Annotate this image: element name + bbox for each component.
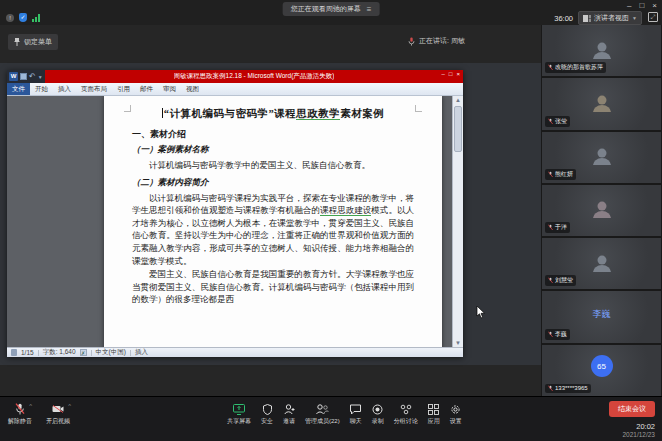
fullscreen-icon[interactable]: ⤢ (648, 12, 658, 22)
breakout-rooms-label: 分组讨论 (394, 417, 418, 426)
view-mode-button[interactable]: 演讲者视图 ▼ (578, 11, 642, 25)
spellcheck-icon[interactable]: ✗ (80, 349, 87, 356)
system-clock: 20:02 2021/12/23 (622, 422, 655, 438)
quick-access-toolbar: W ↶ ▼ (7, 70, 45, 83)
participant-name: 刘慧莹 (555, 276, 573, 285)
share-screen-button[interactable]: 共享屏幕 (227, 403, 251, 426)
start-video-button[interactable]: ^ 开启视频 (46, 403, 70, 426)
end-meeting-button[interactable]: 结束会议 (609, 401, 655, 417)
tab-page-layout[interactable]: 页面布局 (76, 83, 112, 95)
toolbar-center: 共享屏幕 安全 邀请 管理成员(22) 聊天 录制 (227, 403, 462, 426)
breakout-icon (400, 404, 412, 415)
word-app-icon: W (9, 72, 18, 81)
insert-mode-indicator[interactable]: 插入 (135, 348, 148, 357)
toolbar-left: ^ 解除静音 ^ 开启视频 (8, 403, 70, 426)
start-video-label: 开启视频 (46, 417, 70, 426)
chat-button[interactable]: 聊天 (350, 403, 362, 426)
presenter-screen: W ↶ ▼ 周敏课程思政案例12.18 - Microsoft Word(产品激… (0, 63, 541, 365)
settings-button[interactable]: 设置 (450, 403, 462, 426)
margin-mark (415, 105, 422, 112)
banner-menu-icon[interactable]: ≡ (367, 5, 372, 14)
scroll-down-icon[interactable]: ▼ (453, 339, 463, 347)
chevron-up-icon[interactable]: ^ (68, 403, 71, 409)
save-icon[interactable] (20, 73, 27, 80)
tab-view[interactable]: 视图 (181, 83, 204, 95)
word-maximize-button[interactable]: □ (449, 71, 453, 77)
scrollbar-thumb[interactable] (454, 106, 462, 152)
person-silhouette-icon (591, 254, 613, 272)
tab-home[interactable]: 开始 (30, 83, 53, 95)
word-count[interactable]: 字数: 1,640 (43, 348, 76, 357)
chevron-up-icon[interactable]: ^ (29, 403, 32, 409)
share-screen-label: 共享屏幕 (227, 417, 251, 426)
members-icon (316, 404, 329, 415)
invite-icon (284, 404, 295, 415)
doc-title-underlined: 思政教学 (296, 108, 340, 120)
info-icon[interactable]: ! (6, 14, 14, 22)
participant-tile[interactable]: 张莹 (542, 78, 661, 129)
mic-muted-icon (548, 118, 553, 125)
participant-tile[interactable]: 刘慧莹 (542, 238, 661, 289)
vertical-scrollbar[interactable]: ▲ ▼ (452, 96, 463, 347)
participant-tile[interactable]: 改晓的那首歌苏萍 (542, 25, 661, 76)
participant-tile[interactable]: 于洋 (542, 185, 661, 236)
participant-name: 133****3965 (555, 385, 588, 391)
manage-members-label: 管理成员(22) (305, 417, 340, 426)
doc-title-text: “计算机编码与密码学”课程 (164, 108, 297, 119)
mic-muted-icon (548, 64, 553, 71)
mic-muted-icon (548, 224, 553, 231)
word-close-button[interactable]: × (456, 71, 460, 77)
page-status-icon (11, 349, 17, 356)
tab-mailings[interactable]: 邮件 (135, 83, 158, 95)
participant-name: 改晓的那首歌苏萍 (555, 63, 603, 72)
unmute-button[interactable]: ^ 解除静音 (8, 403, 32, 426)
word-title-red-bar: 周敏课程思政案例12.18 - Microsoft Word(产品激活失败) –… (45, 70, 463, 83)
tab-review[interactable]: 审阅 (158, 83, 181, 95)
undo-icon[interactable]: ↶ (29, 72, 36, 81)
security-shield-icon[interactable]: ✓ (19, 13, 27, 22)
record-button[interactable]: 录制 (372, 403, 384, 426)
participant-tile[interactable]: 李巍 李巍 (542, 291, 661, 342)
participant-center-name: 李巍 (542, 308, 661, 321)
tab-file[interactable]: 文件 (7, 83, 30, 95)
participant-name: 于洋 (555, 223, 567, 232)
participant-tile[interactable]: 熊红妍 (542, 132, 661, 183)
apps-label: 应用 (428, 417, 440, 426)
word-status-bar: 1/15 字数: 1,640 ✗ 中文(中国) 插入 (7, 347, 463, 357)
unmute-label: 解除静音 (8, 417, 32, 426)
share-screen-icon (233, 404, 245, 415)
participant-name-label: 李巍 (545, 329, 570, 340)
tab-insert[interactable]: 插入 (53, 83, 76, 95)
participant-tile[interactable]: 65 133****3965 (542, 345, 661, 396)
person-silhouette-icon (591, 94, 613, 112)
doc-paragraph-2: 以计算机编码与密码学课程为实践平台，探索在专业课程的教学中，将学生思想引领和价值… (132, 192, 414, 268)
qat-dropdown-icon[interactable]: ▼ (38, 74, 43, 80)
record-label: 录制 (372, 417, 384, 426)
word-window: W ↶ ▼ 周敏课程思政案例12.18 - Microsoft Word(产品激… (7, 70, 463, 357)
breakout-rooms-button[interactable]: 分组讨论 (394, 403, 418, 426)
close-button[interactable]: × (652, 1, 657, 11)
participants-sidebar: 改晓的那首歌苏萍 张莹 熊红妍 于洋 (541, 25, 662, 396)
apps-button[interactable]: 应用 (428, 403, 440, 426)
text-cursor (162, 108, 163, 118)
invite-button[interactable]: 邀请 (283, 403, 295, 426)
security-button[interactable]: 安全 (261, 403, 273, 426)
word-title-bar: W ↶ ▼ 周敏课程思政案例12.18 - Microsoft Word(产品激… (7, 70, 463, 83)
scroll-up-icon[interactable]: ▲ (453, 96, 463, 104)
page-indicator[interactable]: 1/15 (21, 349, 34, 356)
mouse-cursor (476, 306, 486, 319)
maximize-button[interactable]: □ (639, 1, 644, 11)
minimize-button[interactable]: – (627, 1, 631, 11)
meeting-toolbar: ^ 解除静音 ^ 开启视频 共享屏幕 安全 (0, 396, 662, 441)
participant-name-label: 刘慧莹 (545, 275, 576, 286)
ribbon-tabs: 文件 开始 插入 页面布局 引用 邮件 审阅 视图 (7, 83, 463, 96)
manage-members-button[interactable]: 管理成员(22) (305, 403, 340, 426)
pin-menu-button[interactable]: 锁定菜单 (8, 34, 58, 50)
participant-name: 张莹 (555, 117, 567, 126)
document-area: “计算机编码与密码学”课程思政教学素材案例 一、素材介绍 （一）案例素材名称 计… (7, 96, 463, 347)
language-indicator[interactable]: 中文(中国) (96, 348, 126, 357)
apps-icon (428, 404, 439, 415)
person-silhouette-icon (591, 41, 613, 59)
word-minimize-button[interactable]: – (442, 71, 445, 77)
tab-references[interactable]: 引用 (112, 83, 135, 95)
